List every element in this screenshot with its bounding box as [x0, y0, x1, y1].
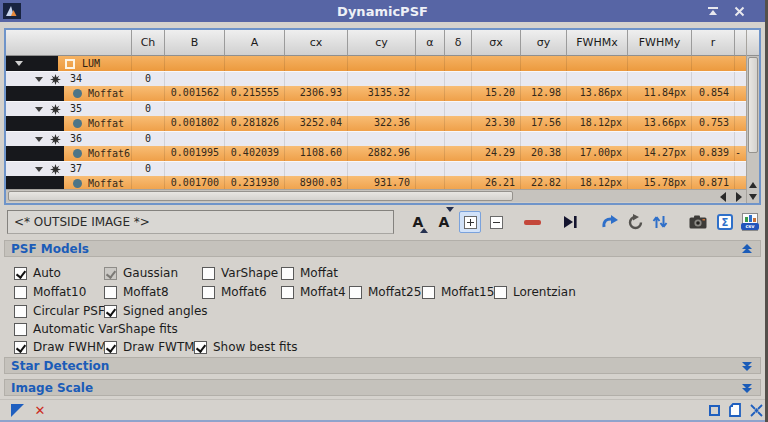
checkbox-moffat8[interactable]: Moffat8 [104, 285, 202, 299]
expand-section-icon[interactable] [742, 362, 752, 370]
section-psf-models[interactable]: PSF Models [4, 240, 761, 257]
star-id: 34 [70, 72, 82, 86]
group-checkbox[interactable] [65, 59, 75, 69]
collapse-section-icon[interactable] [742, 245, 752, 253]
shrink-interface-icon[interactable] [749, 403, 763, 417]
checkbox-moffat6[interactable]: Moffat6 [202, 285, 281, 299]
collapse-all-button[interactable] [484, 210, 508, 234]
cell-cy: 2882.96 [348, 146, 416, 161]
section-image-scale[interactable]: Image Scale [4, 379, 761, 396]
table-row-star[interactable]: 34 0 [6, 71, 746, 86]
collapse-triangle-icon[interactable] [35, 77, 43, 82]
checkbox-box [104, 305, 117, 318]
average-star-data-button[interactable]: Σ [713, 210, 737, 234]
column-header-b[interactable]: B [165, 30, 225, 56]
checkbox-draw-fwhm[interactable]: Draw FWHM [14, 340, 104, 354]
track-stars-button[interactable] [558, 210, 582, 234]
column-header-sigmax[interactable]: σx [472, 30, 521, 56]
sort-stars-button[interactable] [648, 210, 672, 234]
recalculate-button[interactable] [623, 210, 647, 234]
collapse-triangle-icon[interactable] [35, 107, 43, 112]
column-header-cy[interactable]: cy [348, 30, 416, 56]
column-header-fwhmy[interactable]: FWHMy [628, 30, 692, 56]
star-icon [50, 74, 61, 85]
cell-cy: 3135.32 [348, 86, 416, 101]
group-label: LUM [82, 57, 100, 71]
export-image-camera-button[interactable] [686, 210, 710, 234]
vertical-scrollbar-thumb[interactable] [748, 57, 758, 153]
collapse-triangle-icon[interactable] [15, 61, 23, 66]
cell-extra [735, 116, 746, 131]
horizontal-scrollbar[interactable] [6, 189, 746, 202]
column-header-delta[interactable]: δ [445, 30, 472, 56]
table-row-fit[interactable]: Moffat 0.001700 0.231930 8900.03 931.70 … [6, 176, 746, 189]
column-header-cx[interactable]: cx [285, 30, 348, 56]
scroll-right-icon[interactable] [734, 191, 744, 202]
expand-section-icon[interactable] [742, 384, 752, 392]
documentation-icon[interactable] [728, 403, 742, 417]
cell-a: 0.402039 [225, 146, 285, 161]
table-row-star[interactable]: 37 0 [6, 161, 746, 176]
expand-all-button[interactable] [458, 210, 482, 234]
shrink-font-button[interactable]: A [432, 210, 456, 234]
vertical-scrollbar[interactable] [746, 30, 759, 203]
cell-b: 0.001995 [165, 146, 225, 161]
cancel-icon[interactable]: ✕ [33, 403, 47, 417]
checkbox-draw-fwtm[interactable]: Draw FWTM [104, 340, 194, 354]
column-header-alpha[interactable]: α [416, 30, 445, 56]
column-header-tree[interactable] [6, 30, 132, 56]
table-row-fit[interactable]: Moffat 0.001562 0.215555 2306.93 3135.32… [6, 86, 746, 101]
table-row-fit[interactable]: Moffat 0.001802 0.281826 3252.04 322.36 … [6, 116, 746, 131]
table-row-fit[interactable]: Moffat6 0.001995 0.402039 1108.60 2882.9… [6, 146, 746, 161]
export-csv-button[interactable]: csv [738, 210, 762, 234]
collapse-triangle-icon[interactable] [35, 167, 43, 172]
shade-window-button[interactable] [705, 4, 721, 18]
realtime-preview-icon[interactable] [707, 403, 721, 417]
checkbox-show-best-fits[interactable]: Show best fits [194, 340, 297, 354]
section-star-detection[interactable]: Star Detection [4, 357, 761, 374]
column-header-partial [735, 30, 746, 56]
checkbox-lorentzian[interactable]: Lorentzian [494, 285, 576, 299]
column-header-fwhmx[interactable]: FWHMx [567, 30, 628, 56]
psf-toolbar: A A [400, 208, 762, 236]
cell-a: 0.281826 [225, 116, 285, 131]
cell-fwhmx: 18.12px [567, 116, 628, 131]
checkbox-gaussian[interactable]: Gaussian [104, 266, 202, 280]
checkbox-moffat4[interactable]: Moffat4 [281, 285, 349, 299]
checkbox-circular-psf[interactable]: Circular PSF [14, 304, 104, 318]
cell-b: 0.001802 [165, 116, 225, 131]
table-row-group-lum[interactable]: LUM [6, 56, 746, 71]
table-body: LUM 34 0 [6, 56, 746, 189]
cell-extra: - [735, 146, 746, 161]
scroll-up-icon[interactable] [747, 179, 759, 191]
scroll-down-icon[interactable] [747, 191, 759, 203]
section-title: Star Detection [11, 359, 109, 373]
column-header-a[interactable]: A [225, 30, 285, 56]
collapse-triangle-icon[interactable] [35, 137, 43, 142]
checkbox-signed-angles[interactable]: Signed angles [104, 304, 208, 318]
checkbox-automatic-varshape-fits[interactable]: Automatic VarShape fits [14, 322, 178, 336]
cell-cx: 1108.60 [285, 146, 348, 161]
regenerate-button[interactable] [598, 210, 622, 234]
checkbox-moffat15[interactable]: Moffat15 [422, 285, 494, 299]
scroll-left-icon[interactable] [718, 191, 728, 202]
enlarge-font-button[interactable]: A [406, 210, 430, 234]
new-instance-icon[interactable] [10, 403, 24, 417]
column-header-ch[interactable]: Ch [132, 30, 165, 56]
checkbox-moffat25[interactable]: Moffat25 [349, 285, 422, 299]
fit-model-name: Moffat [88, 87, 124, 101]
table-row-star[interactable]: 35 0 [6, 101, 746, 116]
horizontal-scrollbar-thumb[interactable] [8, 191, 513, 201]
checkbox-varshape[interactable]: VarShape [202, 266, 281, 280]
star-id: 37 [70, 162, 82, 176]
checkbox-moffat10[interactable]: Moffat10 [14, 285, 104, 299]
table-row-star[interactable]: 36 0 [6, 131, 746, 146]
checkbox-moffat[interactable]: Moffat [281, 266, 338, 280]
cell-r: 0.753 [692, 116, 735, 131]
column-header-r[interactable]: r [692, 30, 735, 56]
column-header-sigmay[interactable]: σy [521, 30, 567, 56]
delete-selected-button[interactable] [520, 210, 544, 234]
close-icon[interactable] [731, 4, 747, 18]
view-selector-input[interactable] [7, 210, 394, 234]
checkbox-auto[interactable]: Auto [14, 266, 104, 280]
